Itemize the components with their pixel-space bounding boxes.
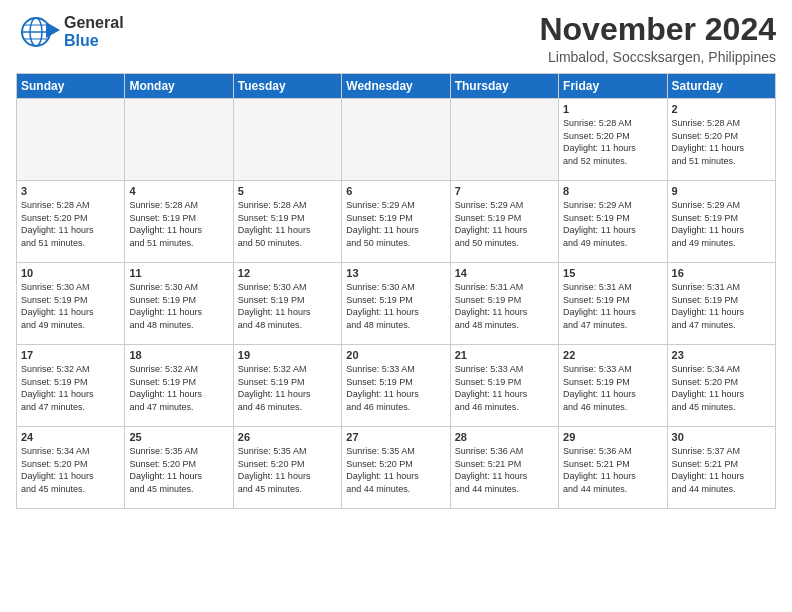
calendar-cell: 26Sunrise: 5:35 AM Sunset: 5:20 PM Dayli… <box>233 427 341 509</box>
day-info: Sunrise: 5:30 AM Sunset: 5:19 PM Dayligh… <box>129 281 228 331</box>
day-number: 1 <box>563 103 662 115</box>
weekday-header-row: SundayMondayTuesdayWednesdayThursdayFrid… <box>17 74 776 99</box>
calendar-cell: 27Sunrise: 5:35 AM Sunset: 5:20 PM Dayli… <box>342 427 450 509</box>
logo-blue: Blue <box>64 32 124 50</box>
day-info: Sunrise: 5:34 AM Sunset: 5:20 PM Dayligh… <box>672 363 771 413</box>
calendar-cell: 6Sunrise: 5:29 AM Sunset: 5:19 PM Daylig… <box>342 181 450 263</box>
calendar-week-5: 24Sunrise: 5:34 AM Sunset: 5:20 PM Dayli… <box>17 427 776 509</box>
day-number: 14 <box>455 267 554 279</box>
day-number: 19 <box>238 349 337 361</box>
calendar-cell <box>17 99 125 181</box>
calendar-cell: 22Sunrise: 5:33 AM Sunset: 5:19 PM Dayli… <box>559 345 667 427</box>
calendar-cell: 12Sunrise: 5:30 AM Sunset: 5:19 PM Dayli… <box>233 263 341 345</box>
day-number: 23 <box>672 349 771 361</box>
calendar-cell: 4Sunrise: 5:28 AM Sunset: 5:19 PM Daylig… <box>125 181 233 263</box>
calendar-week-4: 17Sunrise: 5:32 AM Sunset: 5:19 PM Dayli… <box>17 345 776 427</box>
month-title: November 2024 <box>539 12 776 47</box>
calendar-cell: 16Sunrise: 5:31 AM Sunset: 5:19 PM Dayli… <box>667 263 775 345</box>
day-info: Sunrise: 5:28 AM Sunset: 5:20 PM Dayligh… <box>21 199 120 249</box>
calendar-cell: 14Sunrise: 5:31 AM Sunset: 5:19 PM Dayli… <box>450 263 558 345</box>
day-info: Sunrise: 5:29 AM Sunset: 5:19 PM Dayligh… <box>346 199 445 249</box>
logo-general: General <box>64 14 124 32</box>
calendar-cell: 1Sunrise: 5:28 AM Sunset: 5:20 PM Daylig… <box>559 99 667 181</box>
day-number: 24 <box>21 431 120 443</box>
calendar-cell: 7Sunrise: 5:29 AM Sunset: 5:19 PM Daylig… <box>450 181 558 263</box>
day-info: Sunrise: 5:32 AM Sunset: 5:19 PM Dayligh… <box>129 363 228 413</box>
day-number: 20 <box>346 349 445 361</box>
weekday-header-monday: Monday <box>125 74 233 99</box>
calendar-week-2: 3Sunrise: 5:28 AM Sunset: 5:20 PM Daylig… <box>17 181 776 263</box>
day-number: 21 <box>455 349 554 361</box>
calendar-cell: 5Sunrise: 5:28 AM Sunset: 5:19 PM Daylig… <box>233 181 341 263</box>
day-number: 16 <box>672 267 771 279</box>
day-info: Sunrise: 5:34 AM Sunset: 5:20 PM Dayligh… <box>21 445 120 495</box>
day-number: 2 <box>672 103 771 115</box>
day-number: 30 <box>672 431 771 443</box>
day-number: 5 <box>238 185 337 197</box>
day-number: 17 <box>21 349 120 361</box>
day-info: Sunrise: 5:32 AM Sunset: 5:19 PM Dayligh… <box>238 363 337 413</box>
day-number: 10 <box>21 267 120 279</box>
calendar-week-1: 1Sunrise: 5:28 AM Sunset: 5:20 PM Daylig… <box>17 99 776 181</box>
day-info: Sunrise: 5:35 AM Sunset: 5:20 PM Dayligh… <box>238 445 337 495</box>
day-info: Sunrise: 5:35 AM Sunset: 5:20 PM Dayligh… <box>129 445 228 495</box>
day-number: 28 <box>455 431 554 443</box>
day-number: 18 <box>129 349 228 361</box>
weekday-header-thursday: Thursday <box>450 74 558 99</box>
day-info: Sunrise: 5:28 AM Sunset: 5:20 PM Dayligh… <box>563 117 662 167</box>
day-number: 4 <box>129 185 228 197</box>
day-info: Sunrise: 5:28 AM Sunset: 5:20 PM Dayligh… <box>672 117 771 167</box>
day-info: Sunrise: 5:31 AM Sunset: 5:19 PM Dayligh… <box>455 281 554 331</box>
calendar-cell <box>233 99 341 181</box>
title-block: November 2024 Limbalod, Soccsksargen, Ph… <box>539 12 776 65</box>
calendar-cell: 29Sunrise: 5:36 AM Sunset: 5:21 PM Dayli… <box>559 427 667 509</box>
calendar-cell: 30Sunrise: 5:37 AM Sunset: 5:21 PM Dayli… <box>667 427 775 509</box>
day-info: Sunrise: 5:32 AM Sunset: 5:19 PM Dayligh… <box>21 363 120 413</box>
day-info: Sunrise: 5:33 AM Sunset: 5:19 PM Dayligh… <box>563 363 662 413</box>
day-info: Sunrise: 5:30 AM Sunset: 5:19 PM Dayligh… <box>346 281 445 331</box>
day-number: 12 <box>238 267 337 279</box>
location: Limbalod, Soccsksargen, Philippines <box>539 49 776 65</box>
weekday-header-saturday: Saturday <box>667 74 775 99</box>
day-number: 9 <box>672 185 771 197</box>
calendar-cell: 23Sunrise: 5:34 AM Sunset: 5:20 PM Dayli… <box>667 345 775 427</box>
day-info: Sunrise: 5:36 AM Sunset: 5:21 PM Dayligh… <box>455 445 554 495</box>
header: General Blue November 2024 Limbalod, Soc… <box>16 12 776 65</box>
day-number: 15 <box>563 267 662 279</box>
day-info: Sunrise: 5:33 AM Sunset: 5:19 PM Dayligh… <box>455 363 554 413</box>
day-info: Sunrise: 5:33 AM Sunset: 5:19 PM Dayligh… <box>346 363 445 413</box>
day-number: 3 <box>21 185 120 197</box>
calendar-cell: 15Sunrise: 5:31 AM Sunset: 5:19 PM Dayli… <box>559 263 667 345</box>
day-info: Sunrise: 5:30 AM Sunset: 5:19 PM Dayligh… <box>21 281 120 331</box>
calendar-cell: 20Sunrise: 5:33 AM Sunset: 5:19 PM Dayli… <box>342 345 450 427</box>
day-number: 7 <box>455 185 554 197</box>
calendar-cell: 25Sunrise: 5:35 AM Sunset: 5:20 PM Dayli… <box>125 427 233 509</box>
weekday-header-wednesday: Wednesday <box>342 74 450 99</box>
calendar-cell: 17Sunrise: 5:32 AM Sunset: 5:19 PM Dayli… <box>17 345 125 427</box>
calendar-cell <box>342 99 450 181</box>
day-number: 8 <box>563 185 662 197</box>
weekday-header-sunday: Sunday <box>17 74 125 99</box>
day-info: Sunrise: 5:37 AM Sunset: 5:21 PM Dayligh… <box>672 445 771 495</box>
calendar-week-3: 10Sunrise: 5:30 AM Sunset: 5:19 PM Dayli… <box>17 263 776 345</box>
day-info: Sunrise: 5:28 AM Sunset: 5:19 PM Dayligh… <box>238 199 337 249</box>
page: General Blue November 2024 Limbalod, Soc… <box>0 0 792 517</box>
day-info: Sunrise: 5:35 AM Sunset: 5:20 PM Dayligh… <box>346 445 445 495</box>
calendar-table: SundayMondayTuesdayWednesdayThursdayFrid… <box>16 73 776 509</box>
calendar-cell: 24Sunrise: 5:34 AM Sunset: 5:20 PM Dayli… <box>17 427 125 509</box>
calendar-cell: 8Sunrise: 5:29 AM Sunset: 5:19 PM Daylig… <box>559 181 667 263</box>
calendar-cell: 19Sunrise: 5:32 AM Sunset: 5:19 PM Dayli… <box>233 345 341 427</box>
day-number: 29 <box>563 431 662 443</box>
day-info: Sunrise: 5:36 AM Sunset: 5:21 PM Dayligh… <box>563 445 662 495</box>
calendar-cell: 2Sunrise: 5:28 AM Sunset: 5:20 PM Daylig… <box>667 99 775 181</box>
day-number: 22 <box>563 349 662 361</box>
calendar-cell: 10Sunrise: 5:30 AM Sunset: 5:19 PM Dayli… <box>17 263 125 345</box>
calendar-cell <box>125 99 233 181</box>
calendar-cell <box>450 99 558 181</box>
day-number: 6 <box>346 185 445 197</box>
calendar-cell: 18Sunrise: 5:32 AM Sunset: 5:19 PM Dayli… <box>125 345 233 427</box>
calendar-cell: 28Sunrise: 5:36 AM Sunset: 5:21 PM Dayli… <box>450 427 558 509</box>
day-number: 11 <box>129 267 228 279</box>
weekday-header-friday: Friday <box>559 74 667 99</box>
logo: General Blue <box>16 12 124 52</box>
